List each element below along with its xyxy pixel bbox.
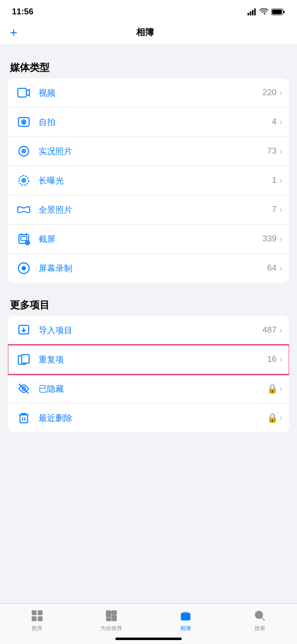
chevron-icon: › <box>280 264 282 273</box>
screenrecording-label: 屏幕录制 <box>39 263 267 274</box>
chevron-icon: › <box>280 176 282 185</box>
hidden-icon <box>16 381 32 397</box>
chevron-icon: › <box>280 117 282 126</box>
albums-tab-label: 相簿 <box>180 625 191 632</box>
live-count: 73 <box>267 146 277 156</box>
svg-rect-0 <box>248 13 249 15</box>
lock-icon-deleted: 🔒 <box>267 412 278 423</box>
list-item-longexposure[interactable]: 长曝光 1 › <box>8 166 289 195</box>
svg-point-10 <box>23 121 24 122</box>
duplicates-label: 重复项 <box>39 354 267 365</box>
duplicates-icon <box>16 351 32 367</box>
list-item-screenshot[interactable]: 截屏 339 › <box>8 225 289 254</box>
search-tab-label: 搜索 <box>254 625 265 632</box>
list-item-selfie[interactable]: 自拍 4 › <box>8 108 289 137</box>
list-more-items: 导入项目 487 › 重复项 16 › <box>8 316 289 432</box>
list-item-recentlydeleted[interactable]: 最近删除 🔒 › <box>8 404 289 432</box>
imported-count: 487 <box>262 325 276 335</box>
svg-rect-2 <box>252 10 253 15</box>
section-media-types: 媒体类型 视频 220 › <box>0 61 297 283</box>
albums-tab-icon <box>179 609 193 623</box>
panorama-icon <box>16 202 32 218</box>
duplicates-count: 16 <box>267 354 277 364</box>
screenshot-icon <box>16 231 32 247</box>
search-tab-icon <box>253 609 267 623</box>
list-item-imported[interactable]: 导入项目 487 › <box>8 316 289 345</box>
chevron-icon: › <box>280 413 282 422</box>
status-time: 11:56 <box>12 7 33 17</box>
library-tab-label: 图库 <box>32 625 43 632</box>
screenrecording-count: 64 <box>267 263 277 273</box>
main-content: 媒体类型 视频 220 › <box>0 61 297 482</box>
chevron-icon: › <box>280 88 282 97</box>
screenshot-label: 截屏 <box>39 234 262 245</box>
svg-rect-6 <box>272 10 282 14</box>
selfie-count: 4 <box>272 117 276 127</box>
trash-icon <box>16 410 32 426</box>
svg-rect-33 <box>38 611 42 615</box>
chevron-icon: › <box>280 384 282 393</box>
chevron-icon: › <box>280 205 282 214</box>
video-count: 220 <box>262 88 276 98</box>
panorama-label: 全景照片 <box>39 204 272 216</box>
tab-foryou[interactable]: 为你推荐 <box>74 609 148 632</box>
svg-rect-29 <box>20 415 27 423</box>
add-button[interactable]: + <box>10 26 17 39</box>
svg-rect-1 <box>250 11 251 15</box>
list-item-video[interactable]: 视频 220 › <box>8 78 289 108</box>
wifi-icon <box>259 8 268 15</box>
long-exposure-icon <box>16 173 32 188</box>
tab-albums[interactable]: 相簿 <box>148 609 223 632</box>
list-item-live[interactable]: 实况照片 73 › <box>8 137 289 166</box>
chevron-icon: › <box>280 147 282 156</box>
recentlydeleted-label: 最近删除 <box>39 412 267 424</box>
page-title: 相簿 <box>136 26 154 38</box>
svg-rect-32 <box>32 611 36 615</box>
svg-point-23 <box>22 266 26 271</box>
svg-rect-3 <box>254 8 256 15</box>
screenshot-count: 339 <box>262 234 276 244</box>
svg-rect-7 <box>18 88 26 97</box>
svg-rect-5 <box>284 11 285 13</box>
svg-point-16 <box>23 180 24 181</box>
svg-point-21 <box>26 241 28 243</box>
battery-icon <box>271 8 285 15</box>
list-item-hidden[interactable]: 已隐藏 🔒 › <box>8 374 289 404</box>
foryou-tab-label: 为你推荐 <box>100 625 122 632</box>
lock-icon-hidden: 🔒 <box>267 383 278 394</box>
svg-point-13 <box>23 151 24 152</box>
selfie-label: 自拍 <box>39 117 272 128</box>
svg-rect-18 <box>21 236 27 241</box>
svg-rect-38 <box>112 615 116 621</box>
svg-rect-26 <box>22 354 29 363</box>
selfie-icon <box>16 114 32 130</box>
tab-library[interactable]: 图库 <box>0 609 74 632</box>
chevron-icon: › <box>280 326 282 335</box>
list-item-duplicates[interactable]: 重复项 16 › <box>8 345 289 374</box>
svg-rect-34 <box>32 617 36 621</box>
tab-search[interactable]: 搜索 <box>223 609 297 632</box>
section-header-media-types: 媒体类型 <box>0 61 297 78</box>
library-tab-icon <box>30 609 44 623</box>
longexposure-count: 1 <box>272 176 276 185</box>
panorama-count: 7 <box>272 205 276 215</box>
imported-label: 导入项目 <box>39 325 262 336</box>
longexposure-label: 长曝光 <box>39 175 272 186</box>
signal-icon <box>248 8 256 15</box>
chevron-icon: › <box>280 234 282 243</box>
video-label: 视频 <box>39 87 262 99</box>
live-label: 实况照片 <box>39 146 267 157</box>
chevron-icon: › <box>280 355 282 364</box>
svg-rect-35 <box>38 617 42 621</box>
svg-line-45 <box>262 618 265 621</box>
section-header-more: 更多项目 <box>0 298 297 316</box>
list-item-panorama[interactable]: 全景照片 7 › <box>8 195 289 225</box>
list-media-types: 视频 220 › 自拍 4 › <box>8 78 289 283</box>
list-item-screenrecording[interactable]: 屏幕录制 64 › <box>8 254 289 283</box>
home-indicator <box>115 638 182 640</box>
import-icon <box>16 322 32 338</box>
svg-rect-37 <box>112 611 116 614</box>
live-icon <box>16 143 32 159</box>
status-icons <box>248 8 285 15</box>
screen-recording-icon <box>16 260 32 276</box>
